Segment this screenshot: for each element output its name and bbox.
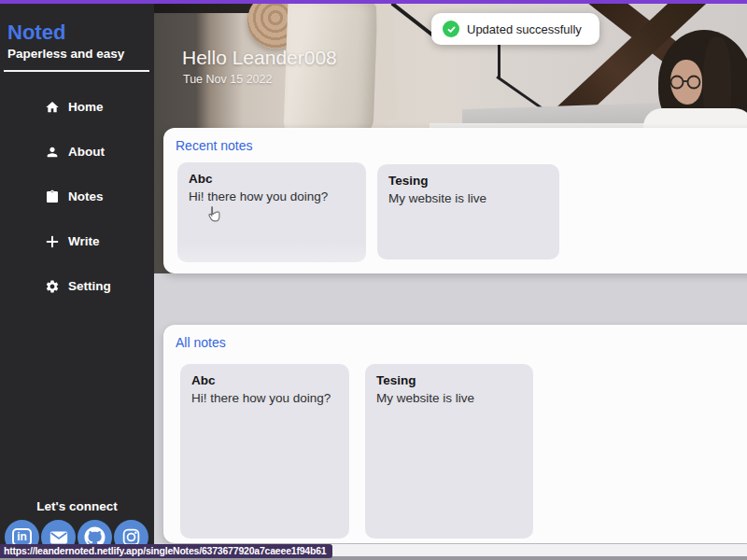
sidebar-item-home[interactable]: Home: [45, 99, 111, 115]
sidebar-nav: Home About Notes Write Setting: [45, 99, 111, 294]
sidebar: Noted Paperless and easy Home About Note…: [0, 4, 154, 544]
sidebar-item-about[interactable]: About: [45, 144, 111, 160]
note-body: Hi! there how you doing?: [191, 391, 338, 405]
note-title: Abc: [189, 172, 355, 186]
note-body: My website is live: [376, 391, 522, 405]
home-icon: [45, 100, 60, 115]
sidebar-item-label: Home: [68, 100, 104, 114]
app-tagline: Paperless and easy: [7, 47, 124, 61]
note-title: Tesing: [376, 373, 522, 387]
note-body: My website is live: [388, 191, 548, 205]
sidebar-item-write[interactable]: Write: [45, 233, 111, 249]
note-card[interactable]: Abc Hi! there how you doing?: [180, 364, 349, 539]
hand-cursor-icon: [205, 205, 222, 224]
recent-notes-panel: Recent notes Abc Hi! there how you doing…: [163, 128, 747, 273]
greeting-text: Hello Leander008: [182, 47, 337, 69]
app-logo: Noted: [7, 21, 65, 45]
sidebar-item-label: Notes: [68, 189, 104, 203]
notes-icon: [45, 189, 60, 204]
note-card[interactable]: Tesing My website is live: [377, 164, 559, 259]
connect-label: Let's connect: [0, 499, 154, 513]
toast-message: Updated successfully: [467, 22, 582, 36]
plus-icon: [45, 234, 60, 249]
section-title: Recent notes: [176, 138, 253, 153]
success-check-icon: [443, 21, 459, 37]
sidebar-item-label: Setting: [68, 279, 111, 293]
note-card[interactable]: Abc Hi! there how you doing?: [177, 162, 366, 262]
toast-notification: Updated successfully: [431, 13, 599, 45]
date-text: Tue Nov 15 2022: [183, 73, 272, 86]
section-title: All notes: [176, 335, 226, 350]
note-title: Tesing: [388, 174, 548, 188]
sidebar-item-label: Write: [68, 234, 100, 248]
hero-wire: [496, 76, 543, 110]
sidebar-divider: [4, 70, 149, 72]
user-icon: [45, 145, 60, 160]
hero-garment: [283, 4, 377, 138]
note-body: Hi! there how you doing?: [189, 189, 355, 203]
top-accent-bar: [0, 0, 747, 4]
all-notes-panel: All notes Abc Hi! there how you doing? T…: [163, 325, 747, 543]
sidebar-item-setting[interactable]: Setting: [45, 278, 111, 294]
hero-garment-2: [376, 4, 397, 120]
app-window: Noted Paperless and easy Home About Note…: [0, 0, 747, 560]
sidebar-item-notes[interactable]: Notes: [45, 189, 111, 204]
gear-icon: [45, 279, 60, 294]
note-title: Abc: [191, 373, 338, 387]
link-status-bar: https://leandernoted.netlify.app/singleN…: [0, 544, 332, 558]
sidebar-item-label: About: [68, 145, 105, 159]
hero-person-glasses: [668, 75, 705, 90]
note-card[interactable]: Tesing My website is live: [365, 364, 533, 539]
